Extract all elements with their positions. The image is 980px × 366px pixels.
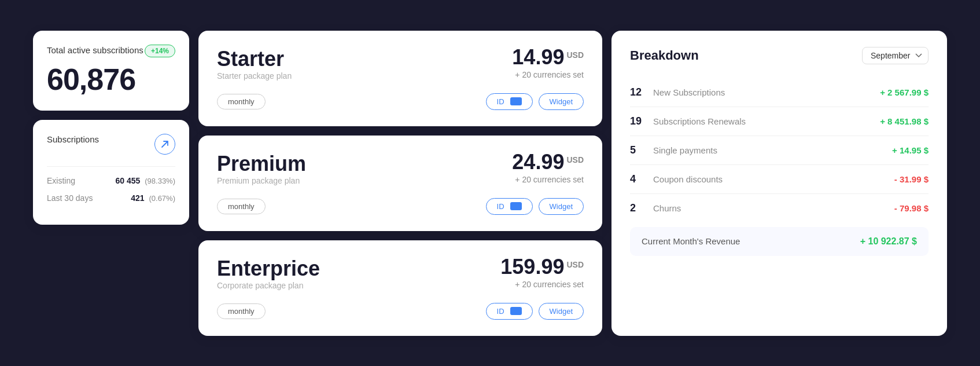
plan-desc-2: Corporate package plan: [217, 281, 320, 290]
plan-desc-0: Starter package plan: [217, 71, 292, 80]
left-column: Total active subscribtions +14% 60,876 S…: [33, 31, 189, 336]
widget-btn-0[interactable]: Widget: [539, 93, 584, 110]
breakdown-row-1: 19 Subscriptions Renewals + 8 451.98 $: [630, 107, 929, 136]
row-count-3: 4: [630, 173, 644, 185]
subscriptions-title: Subscriptions: [47, 134, 99, 145]
row-count-0: 12: [630, 86, 644, 98]
subscriptions-arrow-btn[interactable]: [154, 134, 175, 155]
last30-label: Last 30 days: [47, 193, 93, 203]
active-subs-count: 60,876: [47, 62, 175, 97]
breakdown-title: Breakdown: [630, 48, 699, 63]
breakdown-row-0: 12 New Subscriptions + 2 567.99 $: [630, 78, 929, 107]
breakdown-rows: 12 New Subscriptions + 2 567.99 $ 19 Sub…: [630, 78, 929, 222]
plan-price-1: 24.99: [512, 150, 564, 174]
row-value-3: - 31.99 $: [894, 174, 929, 184]
widget-btn-1[interactable]: Widget: [539, 198, 584, 215]
last30-value: 421 (0.67%): [131, 193, 175, 203]
plan-card-1: Premium Premium package plan 24.99USD + …: [198, 136, 602, 231]
revenue-value: + 10 922.87 $: [860, 236, 917, 247]
plan-price-0: 14.99: [512, 45, 564, 69]
arrow-icon: [160, 140, 170, 149]
subscriptions-card: Subscriptions Existing 60 455 (98.33%): [33, 120, 189, 225]
main-container: Total active subscribtions +14% 60,876 S…: [33, 31, 947, 336]
existing-value: 60 455 (98.33%): [116, 176, 175, 185]
revenue-row: Current Month's Revenue + 10 922.87 $: [630, 227, 929, 256]
monthly-badge-2[interactable]: monthly: [217, 303, 266, 319]
breakdown-card: Breakdown JanuaryFebruaryMarchAprilMayJu…: [611, 31, 947, 336]
plan-card-2: Enterprice Corporate package plan 159.99…: [198, 240, 602, 336]
row-label-0: New Subscriptions: [653, 87, 725, 97]
breakdown-row-4: 2 Churns - 79.98 $: [630, 194, 929, 222]
id-btn-2[interactable]: ID: [486, 303, 533, 320]
existing-row: Existing 60 455 (98.33%): [47, 176, 175, 185]
id-icon-2: [510, 307, 522, 315]
divider: [47, 166, 175, 167]
plan-currencies-2: + 20 currencies set: [500, 280, 584, 289]
id-btn-0[interactable]: ID: [486, 93, 533, 110]
plan-currencies-0: + 20 currencies set: [512, 70, 584, 79]
plan-currency-0: USD: [566, 47, 584, 60]
row-count-1: 19: [630, 115, 644, 127]
breakdown-header: Breakdown JanuaryFebruaryMarchAprilMayJu…: [630, 47, 929, 64]
row-value-1: + 8 451.98 $: [880, 116, 929, 126]
existing-label: Existing: [47, 176, 75, 185]
plan-price-2: 159.99: [500, 255, 564, 279]
monthly-badge-0[interactable]: monthly: [217, 94, 266, 109]
right-column: Breakdown JanuaryFebruaryMarchAprilMayJu…: [611, 31, 947, 336]
plan-currency-2: USD: [566, 257, 584, 269]
row-count-2: 5: [630, 144, 644, 156]
month-select[interactable]: JanuaryFebruaryMarchAprilMayJuneJulyAugu…: [862, 47, 929, 64]
row-count-4: 2: [630, 202, 644, 214]
revenue-label: Current Month's Revenue: [642, 236, 740, 246]
plan-name-1: Premium: [217, 152, 306, 176]
row-label-4: Churns: [653, 203, 681, 213]
plan-card-0: Starter Starter package plan 14.99USD + …: [198, 31, 602, 126]
plan-currencies-1: + 20 currencies set: [512, 175, 584, 184]
breakdown-row-3: 4 Coupon discounts - 31.99 $: [630, 165, 929, 194]
plan-currency-1: USD: [566, 152, 584, 164]
active-subs-badge: +14%: [145, 45, 175, 57]
row-value-0: + 2 567.99 $: [880, 87, 929, 97]
last30-row: Last 30 days 421 (0.67%): [47, 193, 175, 203]
plan-name-0: Starter: [217, 47, 292, 71]
id-icon-0: [510, 97, 522, 105]
monthly-badge-1[interactable]: monthly: [217, 199, 266, 214]
row-value-4: - 79.98 $: [894, 203, 929, 213]
row-label-2: Single payments: [653, 145, 717, 155]
breakdown-row-2: 5 Single payments + 14.95 $: [630, 136, 929, 165]
plans-column: Starter Starter package plan 14.99USD + …: [198, 31, 602, 336]
row-label-1: Subscriptions Renewals: [653, 116, 746, 126]
plan-name-2: Enterprice: [217, 257, 320, 281]
id-btn-1[interactable]: ID: [486, 198, 533, 215]
id-icon-1: [510, 202, 522, 210]
row-value-2: + 14.95 $: [892, 145, 929, 155]
active-subs-title: Total active subscribtions: [47, 45, 143, 56]
active-subs-card: Total active subscribtions +14% 60,876: [33, 31, 189, 111]
plan-desc-1: Premium package plan: [217, 176, 306, 185]
widget-btn-2[interactable]: Widget: [539, 303, 584, 320]
row-label-3: Coupon discounts: [653, 174, 723, 184]
